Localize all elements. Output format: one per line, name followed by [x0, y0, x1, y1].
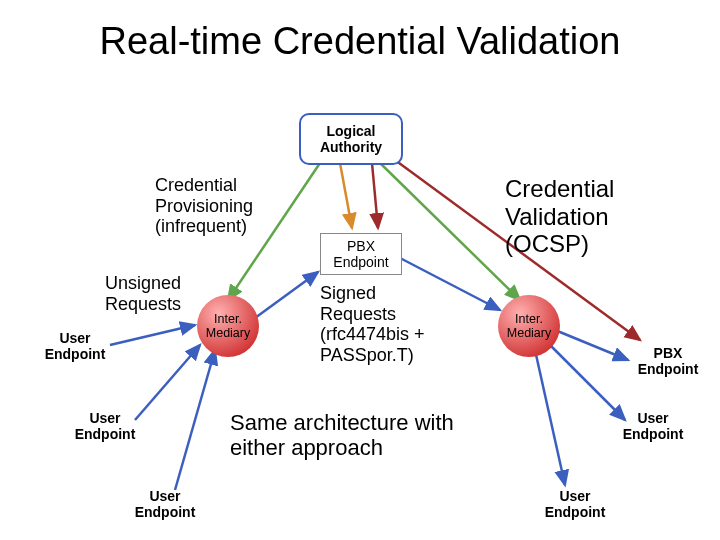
credential-validation-label: Credential Validation (OCSP)	[505, 175, 685, 258]
credential-provisioning-label: Credential Provisioning (infrequent)	[155, 175, 295, 237]
unsigned-requests-label: Unsigned Requests	[105, 273, 200, 314]
intermediary-left: Inter. Mediary	[197, 295, 259, 357]
pbx-endpoint-right: PBX Endpoint	[628, 345, 708, 377]
user-endpoint-left-3: User Endpoint	[130, 488, 200, 520]
pbx-endpoint-center: PBX Endpoint	[320, 233, 402, 275]
user-endpoint-left-1: User Endpoint	[40, 330, 110, 362]
svg-line-1	[340, 163, 352, 228]
svg-line-10	[555, 330, 628, 360]
svg-line-4	[372, 163, 378, 228]
logical-authority-box: Logical Authority	[299, 113, 403, 165]
svg-line-5	[255, 272, 318, 318]
svg-line-2	[380, 163, 520, 300]
svg-line-11	[550, 345, 625, 420]
user-endpoint-right-1: User Endpoint	[618, 410, 688, 442]
user-endpoint-right-2: User Endpoint	[540, 488, 610, 520]
intermediary-right: Inter. Mediary	[498, 295, 560, 357]
same-architecture-caption: Same architecture with either approach	[230, 410, 505, 461]
svg-line-6	[110, 325, 195, 345]
signed-requests-label: Signed Requests (rfc4474bis + PASSpor.T)	[320, 283, 450, 366]
svg-line-12	[535, 350, 565, 485]
user-endpoint-left-2: User Endpoint	[70, 410, 140, 442]
slide-title: Real-time Credential Validation	[0, 20, 720, 63]
svg-line-8	[175, 350, 215, 490]
svg-line-7	[135, 345, 200, 420]
